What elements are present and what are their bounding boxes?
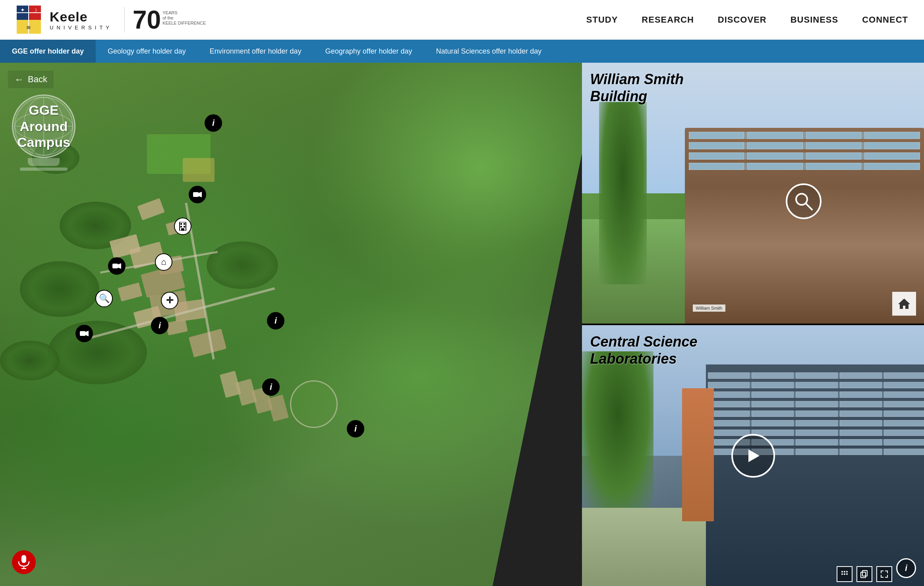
back-button[interactable]: ← Back bbox=[8, 71, 54, 88]
william-search-button[interactable] bbox=[786, 183, 822, 219]
svg-rect-15 bbox=[112, 264, 118, 268]
info-icon-1: i bbox=[205, 114, 222, 132]
back-label: Back bbox=[28, 74, 47, 85]
home-icon: ⌂ bbox=[155, 253, 172, 271]
sci-cell bbox=[752, 420, 794, 426]
expand-button[interactable] bbox=[876, 566, 892, 582]
svg-rect-13 bbox=[193, 192, 199, 197]
sci-cell bbox=[884, 449, 924, 455]
sci-cell bbox=[884, 372, 924, 379]
sci-cell bbox=[752, 382, 794, 388]
science-window-row-6 bbox=[708, 420, 924, 426]
buildings-icon bbox=[174, 218, 191, 235]
sci-cell bbox=[884, 430, 924, 436]
sci-cell bbox=[884, 439, 924, 445]
sci-cell bbox=[796, 449, 838, 455]
globe-base bbox=[20, 168, 68, 171]
expand-icon bbox=[880, 570, 888, 578]
nav-study[interactable]: STUDY bbox=[586, 15, 618, 25]
win-cell bbox=[864, 152, 920, 160]
nav-business[interactable]: BUSINESS bbox=[791, 15, 838, 25]
copy-button[interactable] bbox=[856, 566, 872, 582]
map-info-4[interactable]: i bbox=[262, 378, 280, 396]
science-title-line2: Laboratories bbox=[590, 350, 697, 367]
win-cell bbox=[864, 163, 920, 170]
info-icon-3: i bbox=[267, 312, 284, 330]
play-icon bbox=[745, 448, 761, 464]
science-play-button[interactable] bbox=[731, 434, 775, 478]
subnav-environment[interactable]: Environment offer holder day bbox=[198, 40, 313, 63]
science-window-row-4 bbox=[708, 401, 924, 407]
main-nav: STUDY RESEARCH DISCOVER BUSINESS CONNECT bbox=[586, 15, 908, 25]
william-building-facade: William Smith bbox=[685, 128, 924, 324]
nav-connect[interactable]: CONNECT bbox=[862, 15, 908, 25]
win-cell bbox=[864, 132, 920, 139]
subnav-gge[interactable]: GGE offer holder day bbox=[0, 40, 96, 63]
microphone-icon bbox=[18, 555, 30, 569]
microphone-button[interactable] bbox=[12, 550, 36, 574]
map-move[interactable]: ✛ bbox=[161, 292, 178, 309]
map-video-1[interactable] bbox=[189, 186, 206, 203]
campus-map[interactable]: ← Back GGE Around Campus bbox=[0, 63, 601, 586]
nav-research[interactable]: RESEARCH bbox=[642, 15, 694, 25]
win-cell bbox=[689, 163, 744, 170]
subnav-geography[interactable]: Geography offer holder day bbox=[313, 40, 424, 63]
sports-field-2 bbox=[183, 158, 215, 182]
sci-cell bbox=[884, 411, 924, 417]
back-arrow-icon: ← bbox=[14, 74, 24, 85]
map-info-2[interactable]: i bbox=[151, 317, 168, 334]
move-icon: ✛ bbox=[161, 292, 178, 309]
sci-cell bbox=[840, 411, 882, 417]
map-home[interactable]: ⌂ bbox=[155, 253, 172, 271]
william-home-button[interactable] bbox=[892, 292, 916, 316]
svg-marker-16 bbox=[118, 263, 121, 269]
map-info-5[interactable]: i bbox=[347, 420, 364, 438]
win-cell bbox=[806, 163, 862, 170]
svg-rect-35 bbox=[861, 572, 866, 578]
science-info-button[interactable]: i bbox=[896, 558, 916, 578]
map-buildings[interactable] bbox=[174, 218, 191, 235]
map-video-2[interactable] bbox=[108, 257, 126, 275]
sci-cell bbox=[752, 401, 794, 407]
william-window-row-2 bbox=[689, 142, 920, 149]
win-cell bbox=[747, 132, 803, 139]
grid-dots-icon bbox=[841, 570, 849, 578]
win-cell bbox=[747, 152, 803, 160]
map-info-1[interactable]: i bbox=[205, 114, 222, 132]
video-icon-3 bbox=[75, 325, 93, 342]
sci-cell bbox=[840, 401, 882, 407]
sci-cell bbox=[796, 430, 838, 436]
svg-point-32 bbox=[841, 573, 843, 575]
svg-rect-21 bbox=[184, 226, 185, 227]
grid-dots-button[interactable] bbox=[837, 566, 852, 582]
sci-cell bbox=[752, 411, 794, 417]
sci-cell bbox=[708, 430, 750, 436]
logo-70-anniversary: 70 YEARS of the KEELE DIFFERENCE bbox=[124, 7, 206, 33]
william-title-line2: Building bbox=[590, 88, 684, 105]
building-5 bbox=[118, 282, 142, 301]
sci-cell bbox=[796, 382, 838, 388]
globe-stand bbox=[28, 158, 60, 166]
science-info-icon: i bbox=[905, 563, 907, 573]
sci-cell bbox=[840, 372, 882, 379]
search-icon: 🔍 bbox=[95, 290, 113, 307]
science-window-row-5 bbox=[708, 411, 924, 417]
science-building-facade bbox=[706, 364, 924, 586]
nav-discover[interactable]: DISCOVER bbox=[718, 15, 767, 25]
logo-sub: UNIVERSITY bbox=[50, 25, 112, 31]
video-icon-1 bbox=[189, 186, 206, 203]
william-sign: William Smith bbox=[693, 305, 726, 312]
svg-point-33 bbox=[844, 573, 845, 575]
map-info-3[interactable]: i bbox=[267, 312, 284, 330]
central-science-card: Central Science Laboratories i bbox=[582, 325, 924, 586]
sci-cell bbox=[708, 420, 750, 426]
logo-area: ✦ ☽ ≋ Keele UNIVERSITY 70 YEARS of the K… bbox=[16, 5, 206, 35]
sci-cell bbox=[708, 391, 750, 398]
campus-overlay bbox=[0, 63, 601, 586]
map-video-3[interactable] bbox=[75, 325, 93, 342]
subnav-geology[interactable]: Geology offer holder day bbox=[96, 40, 198, 63]
sci-cell bbox=[796, 439, 838, 445]
win-cell bbox=[747, 142, 803, 149]
map-search[interactable]: 🔍 bbox=[95, 290, 113, 307]
subnav-natural-sciences[interactable]: Natural Sciences offer holder day bbox=[424, 40, 553, 63]
